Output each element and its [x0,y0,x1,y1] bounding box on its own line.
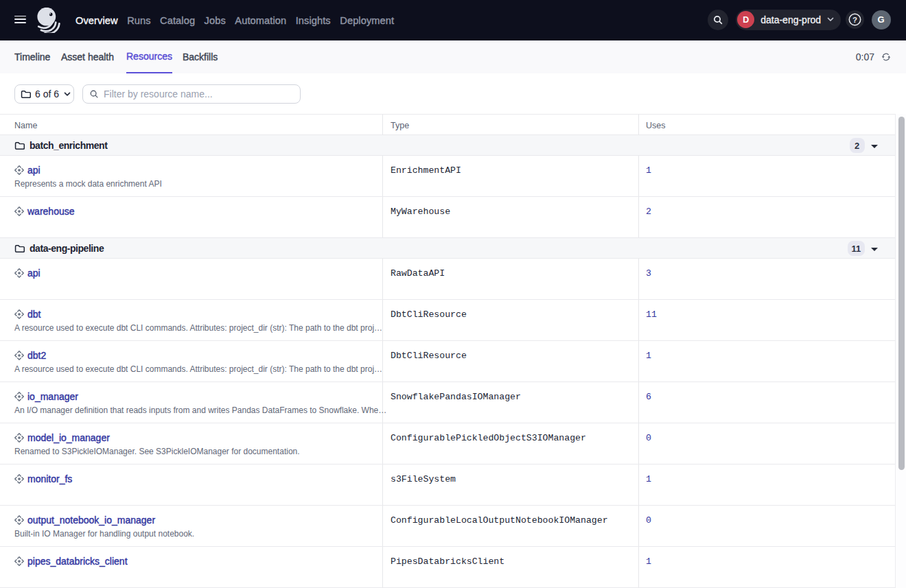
svg-text:?: ? [852,15,857,23]
